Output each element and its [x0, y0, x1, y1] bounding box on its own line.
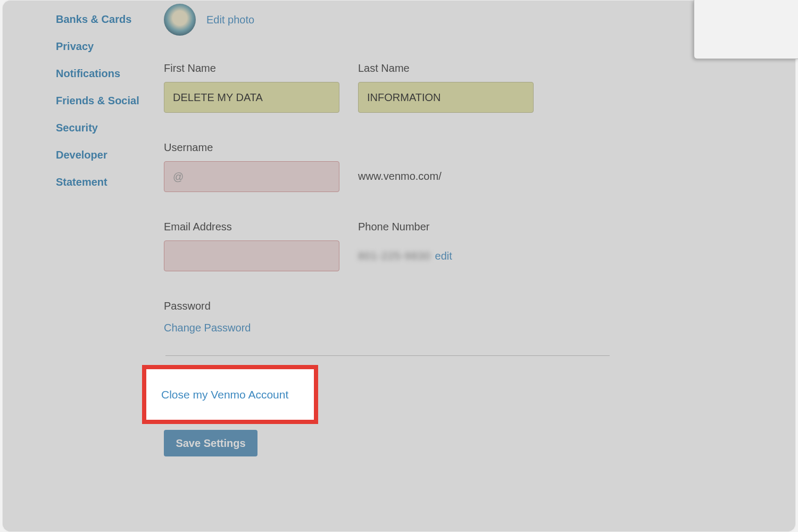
email-label: Email Address	[164, 221, 339, 233]
sidebar-item-security[interactable]: Security	[56, 122, 157, 134]
name-grid: First Name Last Name	[164, 62, 611, 113]
close-account-link[interactable]: Close my Venmo Account	[161, 388, 288, 401]
phone-number-masked: 801-225-9830	[358, 250, 431, 262]
sidebar-item-statement[interactable]: Statement	[56, 176, 157, 188]
last-name-input[interactable]	[358, 82, 534, 113]
first-name-label: First Name	[164, 62, 339, 74]
avatar	[164, 4, 196, 36]
username-input[interactable]	[164, 161, 339, 192]
settings-main: Edit photo First Name Last Name Username	[164, 1, 611, 360]
profile-row: Edit photo	[164, 4, 611, 36]
save-settings-button[interactable]: Save Settings	[164, 430, 257, 456]
sidebar-item-developer[interactable]: Developer	[56, 149, 157, 161]
username-label: Username	[164, 142, 339, 154]
overlay-cutout	[694, 0, 798, 59]
settings-sidebar: Banks & Cards Privacy Notifications Frie…	[56, 13, 157, 203]
close-account-highlight: Close my Venmo Account	[142, 365, 318, 424]
divider	[165, 355, 610, 356]
username-url-hint: www.venmo.com/	[358, 151, 611, 182]
sidebar-item-notifications[interactable]: Notifications	[56, 68, 157, 80]
change-password-link[interactable]: Change Password	[164, 322, 251, 334]
last-name-label: Last Name	[358, 62, 534, 74]
phone-label: Phone Number	[358, 221, 611, 233]
username-row: Username www.venmo.com/	[164, 142, 611, 192]
email-phone-row: Email Address Phone Number 801-225-9830 …	[164, 221, 611, 271]
password-label: Password	[164, 300, 611, 312]
settings-card: Banks & Cards Privacy Notifications Frie…	[2, 0, 796, 532]
password-section: Password Change Password	[164, 300, 611, 334]
sidebar-item-privacy[interactable]: Privacy	[56, 40, 157, 53]
edit-photo-link[interactable]: Edit photo	[206, 14, 254, 26]
first-name-input[interactable]	[164, 82, 339, 113]
sidebar-item-banks-cards[interactable]: Banks & Cards	[56, 13, 157, 26]
email-input[interactable]	[164, 240, 339, 271]
phone-edit-link[interactable]: edit	[435, 250, 452, 262]
sidebar-item-friends-social[interactable]: Friends & Social	[56, 95, 157, 107]
